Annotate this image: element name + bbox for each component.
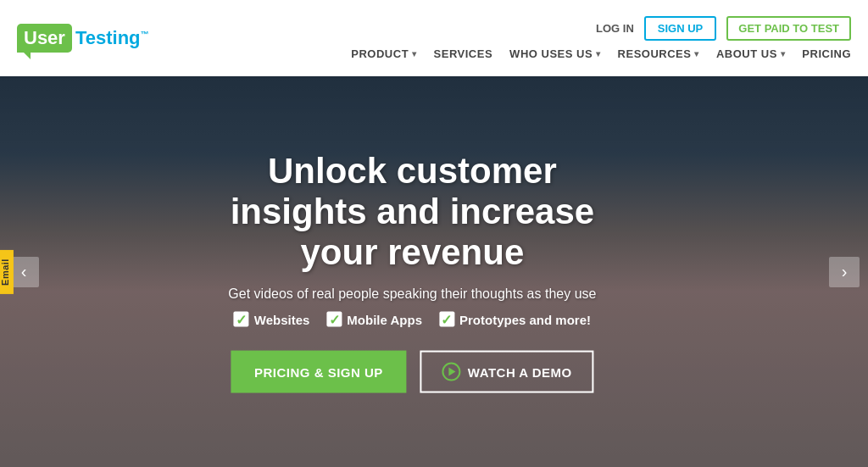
hero-checkboxes: ✓ Websites ✓ Mobile Apps ✓ Prototypes an… — [195, 312, 629, 327]
logo-testing-text: Testing™ — [75, 27, 149, 49]
nav-about-us[interactable]: ABOUT US ▾ — [716, 47, 785, 60]
header-left: User Testing™ — [17, 24, 149, 53]
chevron-down-icon: ▾ — [694, 49, 699, 58]
hero-title: Unlock customer insights and increase yo… — [195, 150, 629, 273]
pricing-signup-button[interactable]: PRICING & SIGN UP — [231, 351, 407, 393]
play-icon — [442, 363, 461, 381]
hero-subtitle: Get videos of real people speaking their… — [195, 286, 629, 302]
checkbox-prototypes: ✓ Prototypes and more! — [439, 312, 591, 327]
nav-who-uses-us[interactable]: WHO USES US ▾ — [509, 47, 600, 60]
watch-demo-button[interactable]: WATCH A DEMO — [420, 351, 594, 393]
logo-user-text: User — [17, 24, 72, 53]
nav-product[interactable]: PRODUCT ▾ — [351, 47, 416, 60]
check-icon: ✓ — [234, 312, 249, 327]
nav-services[interactable]: SERVICES — [434, 47, 493, 60]
login-button[interactable]: LOG IN — [596, 22, 634, 35]
chevron-down-icon: ▾ — [596, 49, 601, 58]
chevron-down-icon: ▾ — [412, 49, 417, 58]
hero-section: Email ‹ Unlock customer insights and inc… — [0, 76, 868, 467]
logo[interactable]: User Testing™ — [17, 24, 149, 53]
play-triangle-icon — [449, 368, 456, 376]
header: User Testing™ LOG IN SIGN UP GET PAID TO… — [0, 0, 868, 76]
email-tab[interactable]: Email — [0, 250, 14, 294]
checkbox-websites: ✓ Websites — [234, 312, 310, 327]
nav-resources[interactable]: RESOURCES ▾ — [618, 47, 699, 60]
check-icon: ✓ — [326, 312, 342, 327]
header-right: LOG IN SIGN UP GET PAID TO TEST PRODUCT … — [351, 16, 851, 60]
nav-pricing[interactable]: PRICING — [802, 47, 851, 60]
chevron-down-icon: ▾ — [781, 49, 786, 58]
main-nav: PRODUCT ▾ SERVICES WHO USES US ▾ RESOURC… — [351, 47, 851, 60]
carousel-next-button[interactable]: › — [829, 257, 860, 287]
check-icon: ✓ — [439, 312, 454, 327]
get-paid-button[interactable]: GET PAID TO TEST — [726, 16, 851, 41]
checkbox-mobile-apps: ✓ Mobile Apps — [326, 312, 422, 327]
hero-content: Unlock customer insights and increase yo… — [195, 150, 629, 393]
header-top-nav: LOG IN SIGN UP GET PAID TO TEST — [596, 16, 851, 41]
signup-button[interactable]: SIGN UP — [644, 16, 716, 41]
hero-buttons: PRICING & SIGN UP WATCH A DEMO — [195, 351, 629, 393]
